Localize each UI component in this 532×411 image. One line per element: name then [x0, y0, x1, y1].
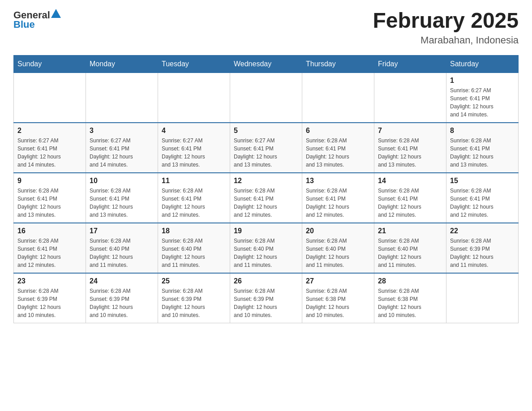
day-number: 26 [234, 277, 298, 285]
day-info: Sunrise: 6:28 AM Sunset: 6:41 PM Dayligh… [306, 137, 370, 169]
day-number: 6 [306, 127, 370, 135]
table-row: 11Sunrise: 6:28 AM Sunset: 6:41 PM Dayli… [158, 173, 230, 223]
table-row: 1Sunrise: 6:27 AM Sunset: 6:41 PM Daylig… [446, 73, 519, 123]
table-row: 6Sunrise: 6:28 AM Sunset: 6:41 PM Daylig… [302, 123, 374, 173]
day-number: 23 [17, 277, 82, 285]
table-row: 8Sunrise: 6:28 AM Sunset: 6:41 PM Daylig… [446, 123, 519, 173]
day-number: 25 [162, 277, 226, 285]
day-number: 13 [306, 177, 370, 185]
calendar-subtitle: Marabahan, Indonesia [373, 34, 519, 46]
page-header: General Blue February 2025 Marabahan, In… [13, 9, 519, 46]
day-info: Sunrise: 6:28 AM Sunset: 6:40 PM Dayligh… [378, 237, 442, 269]
table-row: 16Sunrise: 6:28 AM Sunset: 6:41 PM Dayli… [14, 223, 86, 273]
table-row: 7Sunrise: 6:28 AM Sunset: 6:41 PM Daylig… [374, 123, 446, 173]
header-tuesday: Tuesday [158, 55, 230, 73]
day-info: Sunrise: 6:28 AM Sunset: 6:41 PM Dayligh… [450, 187, 515, 219]
day-info: Sunrise: 6:28 AM Sunset: 6:41 PM Dayligh… [162, 187, 226, 219]
calendar-week-row: 2Sunrise: 6:27 AM Sunset: 6:41 PM Daylig… [14, 123, 519, 173]
header-friday: Friday [374, 55, 446, 73]
day-number: 27 [306, 277, 370, 285]
table-row: 18Sunrise: 6:28 AM Sunset: 6:40 PM Dayli… [158, 223, 230, 273]
day-info: Sunrise: 6:28 AM Sunset: 6:39 PM Dayligh… [234, 287, 298, 319]
day-info: Sunrise: 6:28 AM Sunset: 6:40 PM Dayligh… [162, 237, 226, 269]
day-info: Sunrise: 6:28 AM Sunset: 6:40 PM Dayligh… [90, 237, 154, 269]
day-number: 1 [450, 77, 515, 85]
day-number: 5 [234, 127, 298, 135]
day-number: 14 [378, 177, 442, 185]
table-row: 17Sunrise: 6:28 AM Sunset: 6:40 PM Dayli… [86, 223, 158, 273]
day-info: Sunrise: 6:28 AM Sunset: 6:39 PM Dayligh… [162, 287, 226, 319]
calendar-week-row: 16Sunrise: 6:28 AM Sunset: 6:41 PM Dayli… [14, 223, 519, 273]
table-row: 25Sunrise: 6:28 AM Sunset: 6:39 PM Dayli… [158, 273, 230, 323]
day-number: 18 [162, 227, 226, 235]
table-row [302, 73, 374, 123]
header-wednesday: Wednesday [230, 55, 302, 73]
day-info: Sunrise: 6:28 AM Sunset: 6:41 PM Dayligh… [17, 187, 82, 219]
day-number: 28 [378, 277, 442, 285]
day-info: Sunrise: 6:27 AM Sunset: 6:41 PM Dayligh… [234, 137, 298, 169]
header-thursday: Thursday [302, 55, 374, 73]
day-info: Sunrise: 6:27 AM Sunset: 6:41 PM Dayligh… [17, 137, 82, 169]
calendar-week-row: 9Sunrise: 6:28 AM Sunset: 6:41 PM Daylig… [14, 173, 519, 223]
day-number: 15 [450, 177, 515, 185]
day-info: Sunrise: 6:28 AM Sunset: 6:41 PM Dayligh… [306, 187, 370, 219]
table-row: 10Sunrise: 6:28 AM Sunset: 6:41 PM Dayli… [86, 173, 158, 223]
day-info: Sunrise: 6:28 AM Sunset: 6:41 PM Dayligh… [450, 137, 515, 169]
day-number: 22 [450, 227, 515, 235]
day-number: 17 [90, 227, 154, 235]
day-info: Sunrise: 6:28 AM Sunset: 6:39 PM Dayligh… [450, 237, 515, 269]
table-row: 13Sunrise: 6:28 AM Sunset: 6:41 PM Dayli… [302, 173, 374, 223]
day-number: 3 [90, 127, 154, 135]
day-info: Sunrise: 6:28 AM Sunset: 6:39 PM Dayligh… [17, 287, 82, 319]
day-number: 2 [17, 127, 82, 135]
table-row: 4Sunrise: 6:27 AM Sunset: 6:41 PM Daylig… [158, 123, 230, 173]
logo-triangle-icon [51, 9, 61, 18]
day-info: Sunrise: 6:28 AM Sunset: 6:41 PM Dayligh… [378, 187, 442, 219]
day-number: 11 [162, 177, 226, 185]
table-row: 20Sunrise: 6:28 AM Sunset: 6:40 PM Dayli… [302, 223, 374, 273]
table-row: 23Sunrise: 6:28 AM Sunset: 6:39 PM Dayli… [14, 273, 86, 323]
logo-text-blue: Blue [13, 19, 35, 30]
day-info: Sunrise: 6:27 AM Sunset: 6:41 PM Dayligh… [162, 137, 226, 169]
table-row: 28Sunrise: 6:28 AM Sunset: 6:38 PM Dayli… [374, 273, 446, 323]
day-info: Sunrise: 6:28 AM Sunset: 6:41 PM Dayligh… [234, 187, 298, 219]
table-row [14, 73, 86, 123]
calendar-week-row: 23Sunrise: 6:28 AM Sunset: 6:39 PM Dayli… [14, 273, 519, 323]
header-saturday: Saturday [446, 55, 519, 73]
table-row [86, 73, 158, 123]
calendar-header-row: Sunday Monday Tuesday Wednesday Thursday… [14, 55, 519, 73]
table-row [446, 273, 519, 323]
table-row: 27Sunrise: 6:28 AM Sunset: 6:38 PM Dayli… [302, 273, 374, 323]
day-number: 9 [17, 177, 82, 185]
table-row [230, 73, 302, 123]
day-number: 16 [17, 227, 82, 235]
table-row: 9Sunrise: 6:28 AM Sunset: 6:41 PM Daylig… [14, 173, 86, 223]
day-number: 20 [306, 227, 370, 235]
day-info: Sunrise: 6:28 AM Sunset: 6:41 PM Dayligh… [378, 137, 442, 169]
table-row: 19Sunrise: 6:28 AM Sunset: 6:40 PM Dayli… [230, 223, 302, 273]
table-row [374, 73, 446, 123]
day-info: Sunrise: 6:27 AM Sunset: 6:41 PM Dayligh… [90, 137, 154, 169]
calendar-title: February 2025 [373, 9, 519, 33]
day-number: 19 [234, 227, 298, 235]
day-info: Sunrise: 6:28 AM Sunset: 6:40 PM Dayligh… [306, 237, 370, 269]
header-monday: Monday [86, 55, 158, 73]
day-number: 10 [90, 177, 154, 185]
calendar-table: Sunday Monday Tuesday Wednesday Thursday… [13, 55, 519, 323]
day-info: Sunrise: 6:28 AM Sunset: 6:41 PM Dayligh… [90, 187, 154, 219]
title-block: February 2025 Marabahan, Indonesia [373, 9, 519, 46]
day-info: Sunrise: 6:28 AM Sunset: 6:39 PM Dayligh… [90, 287, 154, 319]
table-row: 21Sunrise: 6:28 AM Sunset: 6:40 PM Dayli… [374, 223, 446, 273]
day-number: 8 [450, 127, 515, 135]
day-info: Sunrise: 6:28 AM Sunset: 6:38 PM Dayligh… [378, 287, 442, 319]
table-row: 22Sunrise: 6:28 AM Sunset: 6:39 PM Dayli… [446, 223, 519, 273]
header-sunday: Sunday [14, 55, 86, 73]
svg-marker-0 [51, 9, 61, 18]
day-info: Sunrise: 6:28 AM Sunset: 6:40 PM Dayligh… [234, 237, 298, 269]
day-info: Sunrise: 6:28 AM Sunset: 6:41 PM Dayligh… [17, 237, 82, 269]
calendar-week-row: 1Sunrise: 6:27 AM Sunset: 6:41 PM Daylig… [14, 73, 519, 123]
table-row: 12Sunrise: 6:28 AM Sunset: 6:41 PM Dayli… [230, 173, 302, 223]
table-row: 26Sunrise: 6:28 AM Sunset: 6:39 PM Dayli… [230, 273, 302, 323]
day-number: 7 [378, 127, 442, 135]
day-info: Sunrise: 6:28 AM Sunset: 6:38 PM Dayligh… [306, 287, 370, 319]
